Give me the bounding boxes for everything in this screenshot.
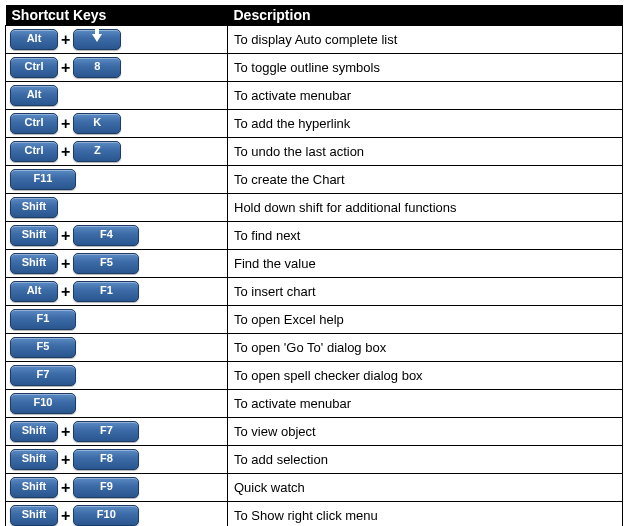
shortcut-keys-cell: Shift+F4 xyxy=(6,222,228,250)
shortcut-keys-cell: Shift+F8 xyxy=(6,446,228,474)
shortcut-keys-cell: Shift+F9 xyxy=(6,474,228,502)
description-cell: To view object xyxy=(228,418,623,446)
key-ctrl: Ctrl xyxy=(10,113,58,134)
key-shift: Shift xyxy=(10,421,58,442)
shortcut-keys-cell: Alt+ xyxy=(6,26,228,54)
key-f1: F1 xyxy=(73,281,139,302)
description-cell: To activate menubar xyxy=(228,82,623,110)
plus-separator: + xyxy=(61,59,70,77)
description-cell: To open Excel help xyxy=(228,306,623,334)
shortcut-keys-cell: F7 xyxy=(6,362,228,390)
key-alt: Alt xyxy=(10,29,58,50)
key-ctrl: Ctrl xyxy=(10,57,58,78)
plus-separator: + xyxy=(61,115,70,133)
shortcut-keys-cell: Shift+F10 xyxy=(6,502,228,527)
shortcut-keys-cell: F10 xyxy=(6,390,228,418)
arrow-down-key xyxy=(73,29,121,50)
shortcut-keys-cell: Ctrl+Z xyxy=(6,138,228,166)
key-f11: F11 xyxy=(10,169,76,190)
key-alt: Alt xyxy=(10,85,58,106)
header-row: Shortcut Keys Description xyxy=(6,5,623,26)
description-cell: Hold down shift for additional functions xyxy=(228,194,623,222)
shortcut-keys-cell: Shift xyxy=(6,194,228,222)
key-f5: F5 xyxy=(73,253,139,274)
plus-separator: + xyxy=(61,31,70,49)
key-f10: F10 xyxy=(73,505,139,526)
description-cell: To activate menubar xyxy=(228,390,623,418)
key-f8: F8 xyxy=(73,449,139,470)
table-row: AltTo activate menubar xyxy=(6,82,623,110)
table-row: Shift+F7To view object xyxy=(6,418,623,446)
description-cell: To Show right click menu xyxy=(228,502,623,527)
shortcut-keys-cell: F5 xyxy=(6,334,228,362)
key-f7: F7 xyxy=(10,365,76,386)
description-cell: Find the value xyxy=(228,250,623,278)
description-cell: To display Auto complete list xyxy=(228,26,623,54)
table-row: F11To create the Chart xyxy=(6,166,623,194)
key-ctrl: Ctrl xyxy=(10,141,58,162)
key-shift: Shift xyxy=(10,197,58,218)
description-cell: To open spell checker dialog box xyxy=(228,362,623,390)
shortcut-keys-cell: Ctrl+8 xyxy=(6,54,228,82)
description-cell: To insert chart xyxy=(228,278,623,306)
table-row: Shift+F9Quick watch xyxy=(6,474,623,502)
key-z: Z xyxy=(73,141,121,162)
description-cell: To add the hyperlink xyxy=(228,110,623,138)
table-row: Shift+F4To find next xyxy=(6,222,623,250)
table-row: Shift+F10To Show right click menu xyxy=(6,502,623,527)
key-alt: Alt xyxy=(10,281,58,302)
description-cell: To open 'Go To' dialog box xyxy=(228,334,623,362)
shortcut-keys-cell: Alt xyxy=(6,82,228,110)
arrow-down-icon xyxy=(92,34,102,42)
table-row: Shift+F8To add selection xyxy=(6,446,623,474)
key-f4: F4 xyxy=(73,225,139,246)
table-row: Ctrl+ZTo undo the last action xyxy=(6,138,623,166)
key-f5: F5 xyxy=(10,337,76,358)
shortcut-table: Shortcut Keys Description Alt+To display… xyxy=(5,5,623,526)
shortcut-keys-cell: Shift+F7 xyxy=(6,418,228,446)
table-row: F5To open 'Go To' dialog box xyxy=(6,334,623,362)
plus-separator: + xyxy=(61,255,70,273)
key-shift: Shift xyxy=(10,505,58,526)
plus-separator: + xyxy=(61,143,70,161)
header-desc: Description xyxy=(228,5,623,26)
shortcut-keys-cell: Shift+F5 xyxy=(6,250,228,278)
description-cell: To create the Chart xyxy=(228,166,623,194)
key-shift: Shift xyxy=(10,253,58,274)
key-f1: F1 xyxy=(10,309,76,330)
plus-separator: + xyxy=(61,451,70,469)
table-row: Alt+To display Auto complete list xyxy=(6,26,623,54)
table-row: F10To activate menubar xyxy=(6,390,623,418)
shortcut-keys-cell: F1 xyxy=(6,306,228,334)
table-row: ShiftHold down shift for additional func… xyxy=(6,194,623,222)
shortcut-keys-cell: Alt+F1 xyxy=(6,278,228,306)
plus-separator: + xyxy=(61,227,70,245)
description-cell: Quick watch xyxy=(228,474,623,502)
key-shift: Shift xyxy=(10,477,58,498)
key-8: 8 xyxy=(73,57,121,78)
description-cell: To toggle outline symbols xyxy=(228,54,623,82)
description-cell: To add selection xyxy=(228,446,623,474)
table-row: F1To open Excel help xyxy=(6,306,623,334)
table-row: Shift+F5Find the value xyxy=(6,250,623,278)
key-f10: F10 xyxy=(10,393,76,414)
description-cell: To undo the last action xyxy=(228,138,623,166)
plus-separator: + xyxy=(61,507,70,525)
key-f7: F7 xyxy=(73,421,139,442)
table-row: Ctrl+8To toggle outline symbols xyxy=(6,54,623,82)
header-keys: Shortcut Keys xyxy=(6,5,228,26)
table-row: F7To open spell checker dialog box xyxy=(6,362,623,390)
key-shift: Shift xyxy=(10,449,58,470)
table-row: Ctrl+KTo add the hyperlink xyxy=(6,110,623,138)
table-row: Alt+F1To insert chart xyxy=(6,278,623,306)
plus-separator: + xyxy=(61,479,70,497)
shortcut-keys-cell: Ctrl+K xyxy=(6,110,228,138)
key-f9: F9 xyxy=(73,477,139,498)
description-cell: To find next xyxy=(228,222,623,250)
plus-separator: + xyxy=(61,283,70,301)
key-k: K xyxy=(73,113,121,134)
shortcut-keys-cell: F11 xyxy=(6,166,228,194)
plus-separator: + xyxy=(61,423,70,441)
key-shift: Shift xyxy=(10,225,58,246)
